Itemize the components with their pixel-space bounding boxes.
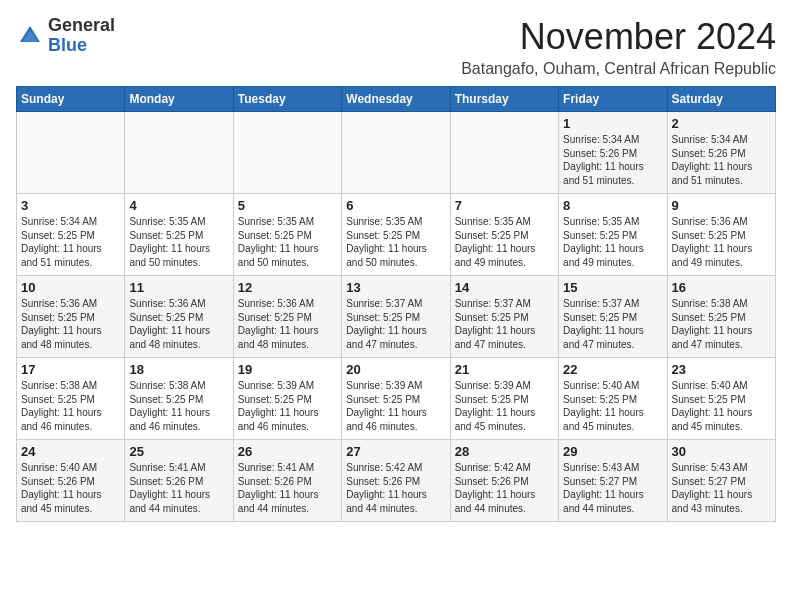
day-info: Sunrise: 5:38 AM Sunset: 5:25 PM Dayligh… [21, 379, 120, 433]
calendar-cell: 14Sunrise: 5:37 AM Sunset: 5:25 PM Dayli… [450, 276, 558, 358]
calendar-cell: 11Sunrise: 5:36 AM Sunset: 5:25 PM Dayli… [125, 276, 233, 358]
day-number: 20 [346, 362, 445, 377]
calendar-cell [342, 112, 450, 194]
day-number: 6 [346, 198, 445, 213]
calendar-week-4: 17Sunrise: 5:38 AM Sunset: 5:25 PM Dayli… [17, 358, 776, 440]
logo-text: General Blue [48, 16, 115, 56]
day-number: 4 [129, 198, 228, 213]
day-info: Sunrise: 5:35 AM Sunset: 5:25 PM Dayligh… [238, 215, 337, 269]
day-info: Sunrise: 5:39 AM Sunset: 5:25 PM Dayligh… [455, 379, 554, 433]
day-number: 25 [129, 444, 228, 459]
day-number: 19 [238, 362, 337, 377]
day-number: 9 [672, 198, 771, 213]
calendar-cell: 7Sunrise: 5:35 AM Sunset: 5:25 PM Daylig… [450, 194, 558, 276]
day-info: Sunrise: 5:36 AM Sunset: 5:25 PM Dayligh… [129, 297, 228, 351]
month-title: November 2024 [461, 16, 776, 58]
calendar-cell: 24Sunrise: 5:40 AM Sunset: 5:26 PM Dayli… [17, 440, 125, 522]
weekday-header-monday: Monday [125, 87, 233, 112]
day-info: Sunrise: 5:37 AM Sunset: 5:25 PM Dayligh… [346, 297, 445, 351]
calendar-cell: 29Sunrise: 5:43 AM Sunset: 5:27 PM Dayli… [559, 440, 667, 522]
day-info: Sunrise: 5:35 AM Sunset: 5:25 PM Dayligh… [563, 215, 662, 269]
logo-icon [16, 22, 44, 50]
day-info: Sunrise: 5:36 AM Sunset: 5:25 PM Dayligh… [21, 297, 120, 351]
day-info: Sunrise: 5:40 AM Sunset: 5:26 PM Dayligh… [21, 461, 120, 515]
day-number: 10 [21, 280, 120, 295]
day-number: 27 [346, 444, 445, 459]
day-info: Sunrise: 5:35 AM Sunset: 5:25 PM Dayligh… [346, 215, 445, 269]
calendar-cell: 23Sunrise: 5:40 AM Sunset: 5:25 PM Dayli… [667, 358, 775, 440]
calendar-cell: 13Sunrise: 5:37 AM Sunset: 5:25 PM Dayli… [342, 276, 450, 358]
day-number: 23 [672, 362, 771, 377]
calendar-cell: 1Sunrise: 5:34 AM Sunset: 5:26 PM Daylig… [559, 112, 667, 194]
day-info: Sunrise: 5:40 AM Sunset: 5:25 PM Dayligh… [672, 379, 771, 433]
day-info: Sunrise: 5:36 AM Sunset: 5:25 PM Dayligh… [238, 297, 337, 351]
location-title: Batangafo, Ouham, Central African Republ… [461, 60, 776, 78]
day-info: Sunrise: 5:37 AM Sunset: 5:25 PM Dayligh… [563, 297, 662, 351]
calendar-cell: 22Sunrise: 5:40 AM Sunset: 5:25 PM Dayli… [559, 358, 667, 440]
weekday-header-sunday: Sunday [17, 87, 125, 112]
day-number: 28 [455, 444, 554, 459]
calendar-cell: 19Sunrise: 5:39 AM Sunset: 5:25 PM Dayli… [233, 358, 341, 440]
day-number: 24 [21, 444, 120, 459]
day-number: 12 [238, 280, 337, 295]
calendar-cell: 6Sunrise: 5:35 AM Sunset: 5:25 PM Daylig… [342, 194, 450, 276]
day-info: Sunrise: 5:43 AM Sunset: 5:27 PM Dayligh… [563, 461, 662, 515]
day-number: 29 [563, 444, 662, 459]
calendar-header: SundayMondayTuesdayWednesdayThursdayFrid… [17, 87, 776, 112]
day-number: 11 [129, 280, 228, 295]
calendar-cell: 4Sunrise: 5:35 AM Sunset: 5:25 PM Daylig… [125, 194, 233, 276]
weekday-header-tuesday: Tuesday [233, 87, 341, 112]
day-number: 30 [672, 444, 771, 459]
calendar-week-3: 10Sunrise: 5:36 AM Sunset: 5:25 PM Dayli… [17, 276, 776, 358]
day-number: 8 [563, 198, 662, 213]
day-info: Sunrise: 5:38 AM Sunset: 5:25 PM Dayligh… [672, 297, 771, 351]
day-number: 16 [672, 280, 771, 295]
logo: General Blue [16, 16, 115, 56]
calendar-cell: 27Sunrise: 5:42 AM Sunset: 5:26 PM Dayli… [342, 440, 450, 522]
calendar-cell [233, 112, 341, 194]
calendar-cell: 21Sunrise: 5:39 AM Sunset: 5:25 PM Dayli… [450, 358, 558, 440]
calendar-cell: 25Sunrise: 5:41 AM Sunset: 5:26 PM Dayli… [125, 440, 233, 522]
weekday-header-saturday: Saturday [667, 87, 775, 112]
day-number: 21 [455, 362, 554, 377]
calendar-week-2: 3Sunrise: 5:34 AM Sunset: 5:25 PM Daylig… [17, 194, 776, 276]
calendar-cell: 16Sunrise: 5:38 AM Sunset: 5:25 PM Dayli… [667, 276, 775, 358]
day-info: Sunrise: 5:42 AM Sunset: 5:26 PM Dayligh… [455, 461, 554, 515]
calendar-cell: 20Sunrise: 5:39 AM Sunset: 5:25 PM Dayli… [342, 358, 450, 440]
calendar-cell: 10Sunrise: 5:36 AM Sunset: 5:25 PM Dayli… [17, 276, 125, 358]
day-number: 26 [238, 444, 337, 459]
calendar-cell: 18Sunrise: 5:38 AM Sunset: 5:25 PM Dayli… [125, 358, 233, 440]
day-number: 15 [563, 280, 662, 295]
day-number: 14 [455, 280, 554, 295]
calendar-cell: 15Sunrise: 5:37 AM Sunset: 5:25 PM Dayli… [559, 276, 667, 358]
calendar-cell: 2Sunrise: 5:34 AM Sunset: 5:26 PM Daylig… [667, 112, 775, 194]
calendar-cell: 8Sunrise: 5:35 AM Sunset: 5:25 PM Daylig… [559, 194, 667, 276]
day-number: 1 [563, 116, 662, 131]
day-info: Sunrise: 5:41 AM Sunset: 5:26 PM Dayligh… [129, 461, 228, 515]
calendar-week-1: 1Sunrise: 5:34 AM Sunset: 5:26 PM Daylig… [17, 112, 776, 194]
day-number: 13 [346, 280, 445, 295]
day-number: 22 [563, 362, 662, 377]
day-info: Sunrise: 5:34 AM Sunset: 5:26 PM Dayligh… [563, 133, 662, 187]
day-info: Sunrise: 5:42 AM Sunset: 5:26 PM Dayligh… [346, 461, 445, 515]
calendar-cell: 26Sunrise: 5:41 AM Sunset: 5:26 PM Dayli… [233, 440, 341, 522]
day-info: Sunrise: 5:36 AM Sunset: 5:25 PM Dayligh… [672, 215, 771, 269]
day-info: Sunrise: 5:40 AM Sunset: 5:25 PM Dayligh… [563, 379, 662, 433]
day-info: Sunrise: 5:34 AM Sunset: 5:26 PM Dayligh… [672, 133, 771, 187]
page-header: General Blue November 2024 Batangafo, Ou… [16, 16, 776, 78]
weekday-row: SundayMondayTuesdayWednesdayThursdayFrid… [17, 87, 776, 112]
weekday-header-thursday: Thursday [450, 87, 558, 112]
calendar-cell: 28Sunrise: 5:42 AM Sunset: 5:26 PM Dayli… [450, 440, 558, 522]
calendar-cell: 3Sunrise: 5:34 AM Sunset: 5:25 PM Daylig… [17, 194, 125, 276]
calendar-cell: 9Sunrise: 5:36 AM Sunset: 5:25 PM Daylig… [667, 194, 775, 276]
day-number: 7 [455, 198, 554, 213]
logo-general-text: General [48, 16, 115, 36]
calendar-table: SundayMondayTuesdayWednesdayThursdayFrid… [16, 86, 776, 522]
calendar-cell: 30Sunrise: 5:43 AM Sunset: 5:27 PM Dayli… [667, 440, 775, 522]
day-number: 5 [238, 198, 337, 213]
calendar-cell [125, 112, 233, 194]
calendar-cell: 5Sunrise: 5:35 AM Sunset: 5:25 PM Daylig… [233, 194, 341, 276]
calendar-body: 1Sunrise: 5:34 AM Sunset: 5:26 PM Daylig… [17, 112, 776, 522]
day-info: Sunrise: 5:38 AM Sunset: 5:25 PM Dayligh… [129, 379, 228, 433]
calendar-cell: 17Sunrise: 5:38 AM Sunset: 5:25 PM Dayli… [17, 358, 125, 440]
